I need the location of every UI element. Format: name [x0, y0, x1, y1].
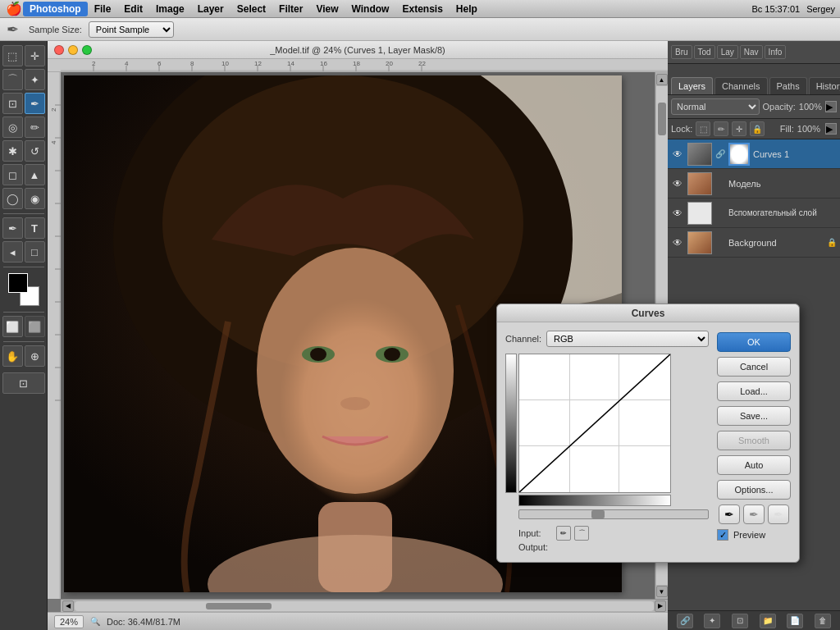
scroll-left-button[interactable]: ◀ — [62, 600, 74, 612]
panel-extra-info[interactable]: Info — [765, 45, 787, 59]
layer-eye-aux[interactable]: 👁 — [671, 207, 684, 220]
layer-item-background[interactable]: 👁 Background 🔒 — [668, 228, 840, 258]
text-tool[interactable]: T — [25, 217, 45, 239]
scroll-right-button[interactable]: ▶ — [655, 600, 666, 612]
hscroll-thumb[interactable] — [206, 603, 272, 609]
layer-item-aux[interactable]: 👁 Вспомогательный слой — [668, 199, 840, 228]
magic-wand-tool[interactable]: ✦ — [25, 69, 45, 90]
curves-curve-icon[interactable]: ⌒ — [574, 526, 589, 541]
vscroll-thumb[interactable] — [658, 103, 666, 135]
curves-preview-checkbox[interactable]: ✓ — [717, 529, 728, 541]
clone-stamp-tool[interactable]: ✱ — [2, 140, 23, 162]
opacity-expand-icon[interactable]: ▶ — [825, 101, 837, 112]
menu-image[interactable]: Image — [149, 2, 191, 16]
shape-tool[interactable]: □ — [25, 241, 45, 262]
lock-position-button[interactable]: ✛ — [732, 121, 746, 136]
curves-pencil-icon[interactable]: ✏ — [556, 526, 571, 541]
curves-scroll-track[interactable] — [518, 509, 709, 519]
curves-graph[interactable] — [518, 354, 671, 493]
tab-paths[interactable]: Paths — [769, 77, 807, 94]
layer-eye-curves1[interactable]: 👁 — [671, 148, 684, 161]
menu-extensis[interactable]: Extensis — [395, 2, 449, 16]
maximize-button[interactable] — [82, 45, 92, 55]
menu-edit[interactable]: Edit — [117, 2, 149, 16]
lock-all-button[interactable]: 🔒 — [750, 121, 765, 136]
curves-auto-button[interactable]: Auto — [717, 455, 791, 475]
ruler-h-svg: 2 4 6 8 10 12 14 16 18 20 22 — [61, 58, 668, 71]
blur-tool[interactable]: ◯ — [2, 188, 23, 209]
lock-transparent-button[interactable]: ⬚ — [696, 121, 710, 136]
sample-size-select[interactable]: Point Sample 3 by 3 Average 5 by 5 Avera… — [89, 21, 174, 38]
curves-black-eyedropper[interactable]: ✒ — [719, 504, 740, 524]
panel-extra-bru[interactable]: Bru — [671, 45, 692, 59]
nav-icon[interactable]: 🔍 — [90, 617, 100, 626]
color-box[interactable] — [3, 273, 44, 306]
curves-gray-eyedropper[interactable]: ✒ — [743, 504, 765, 524]
curves-input-label: Input: — [518, 528, 551, 538]
curves-channel-select[interactable]: RGB Red Green Blue — [546, 331, 709, 347]
hscroll-track[interactable] — [75, 601, 654, 611]
scroll-up-button[interactable]: ▲ — [656, 74, 668, 85]
tab-layers[interactable]: Layers — [671, 77, 713, 94]
eraser-tool[interactable]: ◻ — [2, 164, 23, 185]
link-layers-button[interactable]: 🔗 — [677, 614, 693, 628]
tab-channels[interactable]: Channels — [714, 77, 767, 94]
curves-scroll-thumb[interactable] — [591, 510, 605, 518]
dodge-tool[interactable]: ◉ — [25, 188, 45, 209]
spot-heal-tool[interactable]: ◎ — [2, 116, 23, 138]
panel-extra-lay[interactable]: Lay — [717, 45, 738, 59]
eyedropper-tool[interactable]: ✒ — [25, 93, 45, 114]
curves-ok-button[interactable]: OK — [717, 332, 791, 352]
move-tool[interactable]: ✛ — [25, 45, 45, 66]
menu-photoshop[interactable]: Photoshop — [23, 2, 88, 16]
curves-cancel-button[interactable]: Cancel — [717, 357, 791, 377]
add-style-button[interactable]: ✦ — [704, 614, 720, 628]
new-layer-button[interactable]: 📄 — [787, 614, 803, 628]
horizontal-scrollbar[interactable]: ◀ ▶ — [61, 599, 668, 612]
curves-load-button[interactable]: Load... — [717, 381, 791, 401]
history-brush-tool[interactable]: ↺ — [25, 140, 45, 162]
menu-view[interactable]: View — [309, 2, 345, 16]
lock-image-button[interactable]: ✏ — [714, 121, 728, 136]
quick-mask-standard[interactable]: ⬜ — [2, 316, 23, 337]
curves-white-eyedropper[interactable]: ✒ — [768, 504, 789, 524]
foreground-color[interactable] — [8, 273, 28, 293]
layer-item-curves1[interactable]: 👁 🔗 Curves 1 — [668, 139, 840, 169]
menu-file[interactable]: File — [88, 2, 118, 16]
selection-marquee-tool[interactable]: ⬚ — [2, 45, 23, 66]
panel-extra-tod[interactable]: Tod — [694, 45, 715, 59]
tab-history[interactable]: History — [809, 77, 840, 94]
crop-tool[interactable]: ⊡ — [2, 93, 23, 114]
curves-options-button[interactable]: Options... — [717, 480, 791, 500]
fill-expand-icon[interactable]: ▶ — [825, 123, 837, 135]
layer-eye-background[interactable]: 👁 — [671, 236, 684, 249]
layer-item-model[interactable]: 👁 Модель — [668, 169, 840, 199]
curves-save-button[interactable]: Save... — [717, 406, 791, 426]
menu-layer[interactable]: Layer — [191, 2, 231, 16]
curves-smooth-button[interactable]: Smooth — [717, 431, 791, 450]
brush-tool[interactable]: ✏ — [25, 116, 45, 138]
delete-layer-button[interactable]: 🗑 — [815, 614, 831, 628]
menu-select[interactable]: Select — [231, 2, 272, 16]
minimize-button[interactable] — [68, 45, 78, 55]
lasso-tool[interactable]: ⌒ — [2, 69, 23, 90]
close-button[interactable] — [54, 45, 64, 55]
hand-tool[interactable]: ✋ — [2, 345, 23, 367]
panel-extra-nav[interactable]: Nav — [740, 45, 763, 59]
quick-mask-mode[interactable]: ⬜ — [25, 316, 45, 337]
screen-mode-tool[interactable]: ⊡ — [2, 372, 45, 394]
menu-time: Bc 15:37:01 — [751, 4, 800, 14]
fill-tool[interactable]: ▲ — [25, 164, 45, 185]
add-mask-button[interactable]: ⊡ — [732, 614, 748, 628]
blend-mode-select[interactable]: Normal Multiply Screen — [671, 98, 760, 115]
scroll-down-button[interactable]: ▼ — [656, 586, 668, 597]
pen-tool[interactable]: ✒ — [2, 217, 23, 239]
layer-eye-model[interactable]: 👁 — [671, 177, 684, 190]
new-group-button[interactable]: 📁 — [760, 614, 776, 628]
menu-help[interactable]: Help — [450, 2, 484, 16]
path-selection-tool[interactable]: ◂ — [2, 241, 23, 262]
menu-window[interactable]: Window — [345, 2, 396, 16]
menu-filter[interactable]: Filter — [272, 2, 309, 16]
apple-menu-icon[interactable]: 🍎 — [5, 0, 23, 18]
zoom-tool[interactable]: ⊕ — [25, 345, 45, 367]
